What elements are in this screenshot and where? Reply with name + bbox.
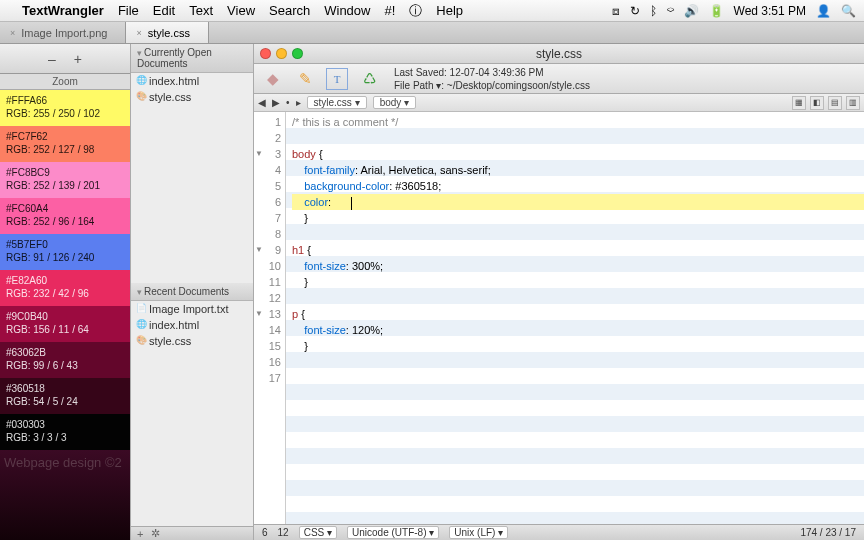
color-swatch[interactable]: #FFFA66RGB: 255 / 250 / 102 (0, 90, 130, 126)
dropbox-icon[interactable]: ⧈ (612, 4, 620, 18)
volume-icon[interactable]: 🔊 (684, 4, 699, 18)
drawer-item[interactable]: Image Import.txt (131, 301, 253, 317)
color-swatch[interactable]: #030303RGB: 3 / 3 / 3 (0, 414, 130, 450)
navicon-2[interactable]: ◧ (810, 96, 824, 110)
status-counts: 174 / 23 / 17 (800, 527, 856, 538)
last-saved-label: Last Saved: (394, 67, 447, 78)
timemachine-icon[interactable]: ↻ (630, 4, 640, 18)
drawer-item[interactable]: style.css (131, 89, 253, 105)
pencil-icon[interactable]: ✎ (294, 68, 316, 90)
code-area[interactable]: 12▼345678▼9101112▼1314151617 /* this is … (254, 112, 864, 524)
status-encoding[interactable]: Unicode (UTF-8) ▾ (347, 526, 439, 539)
navicon-3[interactable]: ▤ (828, 96, 842, 110)
code-line[interactable] (292, 226, 864, 242)
color-swatch[interactable]: #360518RGB: 54 / 5 / 24 (0, 378, 130, 414)
color-swatch[interactable]: #FC60A4RGB: 252 / 96 / 164 (0, 198, 130, 234)
code-line[interactable]: } (292, 210, 864, 226)
code-line[interactable]: font-family: Arial, Helvetica, sans-seri… (292, 162, 864, 178)
menu-shebang[interactable]: #! (384, 3, 395, 18)
code-line[interactable]: h1 { (292, 242, 864, 258)
zoom-window-button[interactable] (292, 48, 303, 59)
menu-help[interactable]: Help (436, 3, 463, 18)
swatch-hex: #63062B (6, 346, 124, 359)
code-line[interactable] (292, 290, 864, 306)
add-button[interactable]: + (137, 528, 143, 540)
code-lines[interactable]: /* this is a comment */body { font-famil… (286, 112, 864, 524)
user-icon[interactable]: 👤 (816, 4, 831, 18)
nav-file-popup[interactable]: style.css ▾ (307, 96, 367, 109)
nav-back-button[interactable]: ◀ (258, 97, 266, 108)
menu-scripts[interactable]: ⓘ (409, 2, 422, 20)
code-line[interactable] (292, 354, 864, 370)
swatch-rgb: RGB: 252 / 139 / 201 (6, 179, 124, 192)
drawer-item[interactable]: index.html (131, 317, 253, 333)
navicon-4[interactable]: ▥ (846, 96, 860, 110)
doc-state-icon[interactable]: ◆ (262, 68, 284, 90)
check-syntax-icon[interactable]: ♺ (358, 68, 380, 90)
code-line[interactable]: /* this is a comment */ (292, 114, 864, 130)
menu-view[interactable]: View (227, 3, 255, 18)
menu-file[interactable]: File (118, 3, 139, 18)
code-line[interactable] (292, 370, 864, 386)
editor-titlebar: style.css (254, 44, 864, 64)
color-swatch[interactable]: #E82A60RGB: 232 / 42 / 96 (0, 270, 130, 306)
line-gutter: 12▼345678▼9101112▼1314151617 (254, 112, 286, 524)
swatch-hex: #FC8BC9 (6, 166, 124, 179)
nav-marker[interactable]: • (286, 97, 290, 108)
documents-drawer: ▾Currently Open Documents index.htmlstyl… (130, 44, 254, 540)
text-options-icon[interactable]: T (326, 68, 348, 90)
drawer-item[interactable]: index.html (131, 73, 253, 89)
swatch-hex: #030303 (6, 418, 124, 431)
nav-fwd-button[interactable]: ▶ (272, 97, 280, 108)
code-line[interactable]: body { (292, 146, 864, 162)
swatch-rgb: RGB: 255 / 250 / 102 (6, 107, 124, 120)
nav-counterpart[interactable]: ▸ (296, 97, 301, 108)
gear-button[interactable]: ✲ (151, 527, 160, 540)
navicon-1[interactable]: ▦ (792, 96, 806, 110)
clock[interactable]: Wed 3:51 PM (734, 4, 806, 18)
code-line[interactable]: font-size: 300%; (292, 258, 864, 274)
zoom-out-button[interactable]: – (48, 51, 56, 67)
menu-edit[interactable]: Edit (153, 3, 175, 18)
code-line[interactable]: } (292, 274, 864, 290)
close-tab-icon[interactable]: × (10, 28, 15, 38)
nav-symbol-popup[interactable]: body ▾ (373, 96, 416, 109)
color-swatch[interactable]: #FC8BC9RGB: 252 / 139 / 201 (0, 162, 130, 198)
status-language[interactable]: CSS ▾ (299, 526, 337, 539)
color-panel: – + Zoom #FFFA66RGB: 255 / 250 / 102#FC7… (0, 44, 130, 540)
tab-label: Image Import.png (21, 27, 107, 39)
menu-text[interactable]: Text (189, 3, 213, 18)
color-swatch[interactable]: #FC7F62RGB: 252 / 127 / 98 (0, 126, 130, 162)
color-swatch[interactable]: #9C0B40RGB: 156 / 11 / 64 (0, 306, 130, 342)
code-line[interactable] (292, 130, 864, 146)
tab-style-css[interactable]: × style.css (126, 22, 208, 43)
spotlight-icon[interactable]: 🔍 (841, 4, 856, 18)
code-line[interactable]: p { (292, 306, 864, 322)
color-swatch[interactable]: #63062BRGB: 99 / 6 / 43 (0, 342, 130, 378)
wifi-icon[interactable]: ⌔ (667, 4, 674, 18)
code-line[interactable]: color: (292, 194, 864, 210)
menu-window[interactable]: Window (324, 3, 370, 18)
status-line-endings[interactable]: Unix (LF) ▾ (449, 526, 508, 539)
close-tab-icon[interactable]: × (136, 28, 141, 38)
macos-menubar: TextWrangler File Edit Text View Search … (0, 0, 864, 22)
recent-docs-header: ▾Recent Documents (131, 283, 253, 301)
minimize-window-button[interactable] (276, 48, 287, 59)
zoom-in-button[interactable]: + (74, 51, 82, 67)
window-title: style.css (536, 47, 582, 61)
bluetooth-icon[interactable]: ᛒ (650, 4, 657, 18)
window-tabstrip: × Image Import.png × style.css (0, 22, 864, 44)
menu-search[interactable]: Search (269, 3, 310, 18)
swatch-hex: #360518 (6, 382, 124, 395)
code-line[interactable]: background-color: #360518; (292, 178, 864, 194)
code-line[interactable]: } (292, 338, 864, 354)
drawer-item[interactable]: style.css (131, 333, 253, 349)
swatch-rgb: RGB: 252 / 127 / 98 (6, 143, 124, 156)
tab-image-import[interactable]: × Image Import.png (0, 22, 126, 43)
color-swatch[interactable]: #5B7EF0RGB: 91 / 126 / 240 (0, 234, 130, 270)
open-docs-header: ▾Currently Open Documents (131, 44, 253, 73)
app-menu[interactable]: TextWrangler (22, 3, 104, 18)
close-window-button[interactable] (260, 48, 271, 59)
code-line[interactable]: font-size: 120%; (292, 322, 864, 338)
battery-icon[interactable]: 🔋 (709, 4, 724, 18)
